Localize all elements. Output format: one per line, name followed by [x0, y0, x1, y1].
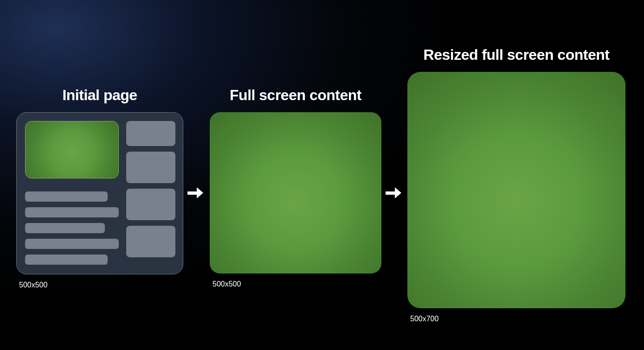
mock-left-column [25, 121, 119, 267]
resized-content [407, 72, 625, 308]
resized-panel: Resized full screen content 500x700 [407, 46, 625, 323]
arrow-icon [386, 187, 401, 198]
mock-text-bar [25, 191, 108, 202]
fullscreen-title: Full screen content [230, 87, 361, 104]
mock-sidebar-tile [126, 152, 175, 183]
mock-hero-content [25, 121, 119, 178]
resized-caption: 500x700 [410, 315, 438, 323]
mock-text-bar [25, 255, 108, 265]
initial-page-caption: 500x500 [19, 281, 47, 289]
fullscreen-panel: Full screen content 500x500 [210, 87, 381, 288]
mock-right-column [126, 121, 175, 267]
mock-page [16, 112, 183, 274]
initial-page-title: Initial page [62, 87, 137, 104]
arrow-icon [187, 187, 203, 198]
fullscreen-content [210, 112, 381, 274]
initial-page-panel: Initial page 500x500 [16, 87, 183, 289]
mock-sidebar-tile [126, 121, 175, 146]
mock-text-bar [25, 239, 119, 249]
mock-text-bar [25, 207, 119, 217]
mock-sidebar-tile [126, 226, 175, 257]
mock-sidebar-tile [126, 189, 175, 220]
resized-title: Resized full screen content [424, 46, 610, 64]
fullscreen-caption: 500x500 [213, 280, 241, 288]
mock-text-bar [25, 223, 105, 233]
